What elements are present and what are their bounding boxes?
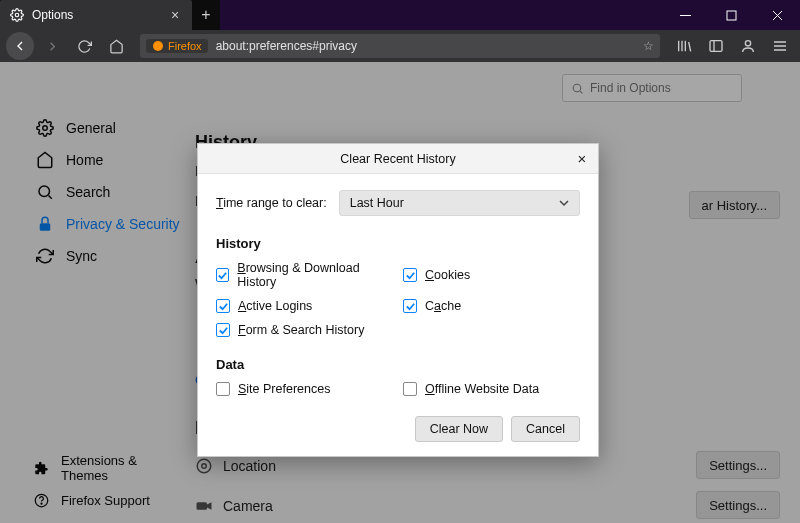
checkbox-form-history[interactable]: Form & Search History: [216, 323, 393, 337]
dialog-header: Clear Recent History ×: [198, 144, 598, 174]
nav-back-button[interactable]: [6, 32, 34, 60]
gear-icon: [10, 8, 24, 22]
cancel-button[interactable]: Cancel: [511, 416, 580, 442]
url-bar[interactable]: Firefox about:preferences#privacy ☆: [140, 34, 660, 58]
window-close-button[interactable]: [754, 0, 800, 30]
tab-close-button[interactable]: ×: [168, 7, 182, 23]
svg-point-2: [153, 41, 163, 51]
titlebar: Options × +: [0, 0, 800, 30]
clear-history-dialog: Clear Recent History × Time range to cle…: [197, 143, 599, 457]
chevron-down-icon: [559, 198, 569, 208]
firefox-badge: Firefox: [146, 39, 208, 53]
group-data-title: Data: [216, 357, 580, 372]
url-text: about:preferences#privacy: [216, 39, 357, 53]
clear-now-button[interactable]: Clear Now: [415, 416, 503, 442]
bookmark-star-icon[interactable]: ☆: [643, 39, 654, 53]
checkbox-active-logins[interactable]: Active Logins: [216, 299, 393, 313]
svg-rect-3: [710, 41, 722, 52]
nav-home-button[interactable]: [102, 32, 130, 60]
checkbox-cookies[interactable]: Cookies: [403, 261, 580, 289]
svg-point-4: [745, 41, 750, 46]
time-range-select[interactable]: Last Hour: [339, 190, 580, 216]
nav-forward-button[interactable]: [38, 32, 66, 60]
sidebar-toggle-icon[interactable]: [702, 32, 730, 60]
svg-rect-1: [727, 11, 736, 20]
checkbox-cache[interactable]: Cache: [403, 299, 580, 313]
checkbox-browsing-history[interactable]: Browsing & Download History: [216, 261, 393, 289]
svg-point-0: [15, 13, 19, 17]
window-minimize-button[interactable]: [662, 0, 708, 30]
new-tab-button[interactable]: +: [192, 0, 220, 30]
checkbox-site-preferences[interactable]: Site Preferences: [216, 382, 393, 396]
navbar: Firefox about:preferences#privacy ☆: [0, 30, 800, 62]
app-menu-button[interactable]: [766, 32, 794, 60]
firefox-badge-label: Firefox: [168, 40, 202, 52]
account-icon[interactable]: [734, 32, 762, 60]
time-range-label: Time range to clear:: [216, 196, 327, 210]
time-range-value: Last Hour: [350, 196, 404, 210]
library-icon[interactable]: [670, 32, 698, 60]
browser-tab[interactable]: Options ×: [0, 0, 192, 30]
dialog-title: Clear Recent History: [340, 152, 455, 166]
checkbox-offline-data[interactable]: Offline Website Data: [403, 382, 580, 396]
group-history-title: History: [216, 236, 580, 251]
window-maximize-button[interactable]: [708, 0, 754, 30]
dialog-close-button[interactable]: ×: [574, 150, 590, 166]
nav-reload-button[interactable]: [70, 32, 98, 60]
tab-title: Options: [32, 8, 160, 22]
